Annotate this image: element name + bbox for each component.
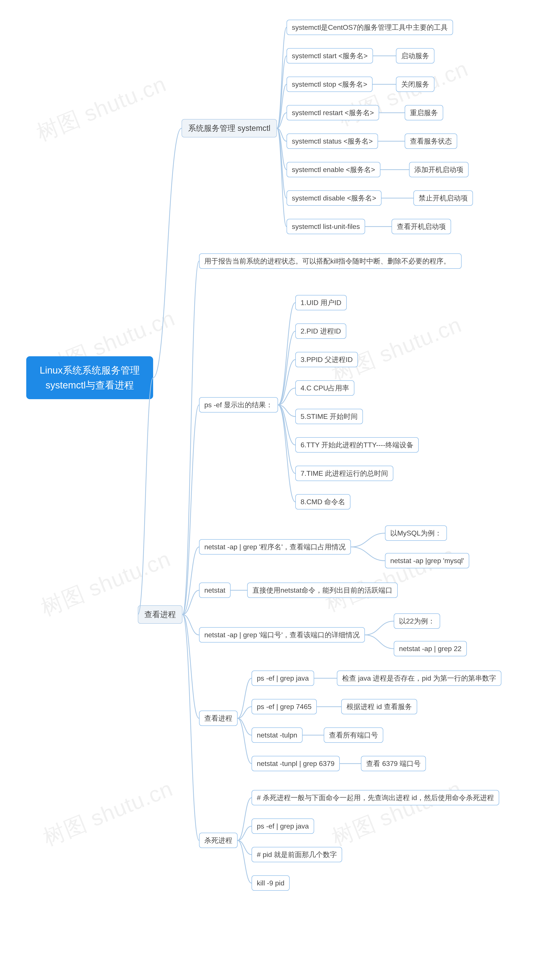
- kp-kill: kill -9 pid: [252, 875, 290, 891]
- kp-grep-java: ps -ef | grep java: [252, 819, 314, 834]
- item-label: netstat: [204, 585, 225, 595]
- item-label: netstat -ap | grep '端口号'，查看该端口的详细情况: [204, 630, 360, 640]
- item-label: netstat -ap |grep 'mysql': [390, 556, 464, 566]
- ps-result-stime: 5.STIME 开始时间: [295, 409, 363, 424]
- vp-tulpn-cmd: netstat -tulpn: [252, 727, 303, 743]
- cmd-label: systemctl enable <服务名>: [292, 165, 375, 175]
- vp-6379-note: 查看 6379 端口号: [361, 756, 426, 771]
- branch-view-process[interactable]: 查看进程: [138, 605, 182, 624]
- ps-ef-results: ps -ef 显示出的结果：: [199, 397, 278, 412]
- cmd-label: systemctl list-unit-files: [292, 222, 360, 232]
- ps-result-cpu: 4.C CPU占用率: [295, 380, 354, 395]
- ps-result-tty: 6.TTY 开始此进程的TTY----终端设备: [295, 437, 419, 452]
- note-status: 查看服务状态: [405, 133, 457, 149]
- item-label: # 杀死进程一般与下面命令一起用，先查询出进程 id，然后使用命令杀死进程: [257, 792, 494, 803]
- item-label: netstat -tulpn: [257, 730, 297, 740]
- note-enable: 添加开机启动项: [409, 162, 468, 177]
- item-label: 3.PPID 父进程ID: [300, 355, 353, 365]
- item-label: # pid 就是前面那几个数字: [257, 849, 337, 859]
- kill-process-sub: 杀死进程: [199, 833, 238, 848]
- note-label: 查看服务状态: [410, 136, 452, 146]
- ps-result-time: 7.TIME 此进程运行的总时间: [295, 466, 393, 481]
- item-label: 以22为例：: [399, 616, 435, 626]
- netstat-by-name: netstat -ap | grep '程序名'，查看端口占用情况: [199, 539, 351, 554]
- kp-comment2: # pid 就是前面那几个数字: [252, 847, 342, 862]
- vp-java-cmd: ps -ef | grep java: [252, 671, 314, 686]
- cmd-disable: systemctl disable <服务名>: [287, 190, 382, 206]
- systemctl-desc-text: systemctl是CentOS7的服务管理工具中主要的工具: [292, 22, 448, 32]
- note-label: 添加开机启动项: [414, 165, 463, 175]
- note-stop: 关闭服务: [396, 77, 435, 92]
- vp-pid-note: 根据进程 id 查看服务: [341, 699, 417, 714]
- note-label: 重启服务: [410, 108, 438, 118]
- item-label: 查看进程: [204, 713, 232, 723]
- item-label: 1.UID 用户ID: [300, 298, 342, 308]
- ps-desc: 用于报告当前系统的进程状态。可以搭配kill指令随时中断、删除不必要的程序。: [199, 254, 462, 269]
- root-title: Linux系统系统服务管理 systemctl与查看进程: [40, 363, 140, 393]
- watermark: 树图 shutu.cn: [32, 69, 171, 148]
- item-label: 检查 java 进程是否存在，pid 为第一行的第串数字: [342, 673, 496, 683]
- ps-result-pid: 2.PID 进程ID: [295, 324, 346, 339]
- item-label: 2.PID 进程ID: [300, 326, 341, 336]
- view-process-sub: 查看进程: [199, 711, 238, 726]
- cmd-enable: systemctl enable <服务名>: [287, 162, 380, 177]
- item-label: 5.STIME 开始时间: [300, 411, 358, 422]
- item-label: ps -ef | grep java: [257, 673, 309, 683]
- item-label: netstat -tunpl | grep 6379: [257, 759, 335, 769]
- item-label: 4.C CPU占用率: [300, 383, 349, 393]
- item-label: netstat -ap | grep 22: [399, 644, 462, 654]
- note-label: 禁止开机启动项: [419, 193, 468, 203]
- cmd-status: systemctl status <服务名>: [287, 133, 378, 149]
- item-label: kill -9 pid: [257, 878, 284, 888]
- item-label: 杀死进程: [204, 835, 232, 845]
- item-label: ps -ef | grep 7465: [257, 702, 312, 712]
- ps-desc-text: 用于报告当前系统的进程状态。可以搭配kill指令随时中断、删除不必要的程序。: [204, 256, 450, 266]
- cmd-start: systemctl start <服务名>: [287, 48, 373, 63]
- cmd-listunit: systemctl list-unit-files: [287, 219, 365, 234]
- note-restart: 重启服务: [405, 105, 443, 120]
- item-label: 查看 6379 端口号: [366, 759, 421, 769]
- netstat-by-port-ex-cmd: netstat -ap | grep 22: [394, 641, 467, 656]
- cmd-label: systemctl status <服务名>: [292, 136, 373, 146]
- ps-ef-results-label: ps -ef 显示出的结果：: [204, 400, 273, 410]
- vp-tulpn-note: 查看所有端口号: [324, 727, 383, 743]
- root-node[interactable]: Linux系统系统服务管理 systemctl与查看进程: [26, 356, 153, 399]
- item-label: 8.CMD 命令名: [300, 497, 345, 507]
- cmd-stop: systemctl stop <服务名>: [287, 77, 373, 92]
- note-listunit: 查看开机启动项: [392, 219, 451, 234]
- note-label: 关闭服务: [401, 79, 429, 89]
- note-label: 查看开机启动项: [397, 222, 446, 232]
- kp-comment1: # 杀死进程一般与下面命令一起用，先查询出进程 id，然后使用命令杀死进程: [252, 790, 499, 805]
- netstat-by-name-ex-cmd: netstat -ap |grep 'mysql': [385, 553, 469, 568]
- cmd-label: systemctl start <服务名>: [292, 51, 368, 61]
- ps-result-ppid: 3.PPID 父进程ID: [295, 352, 358, 367]
- netstat-plain: netstat: [199, 582, 230, 598]
- item-label: 7.TIME 此进程运行的总时间: [300, 468, 388, 479]
- note-disable: 禁止开机启动项: [413, 190, 473, 206]
- cmd-label: systemctl restart <服务名>: [292, 108, 374, 118]
- watermark: 树图 shutu.cn: [328, 310, 466, 389]
- netstat-plain-note: 直接使用netstat命令，能列出目前的活跃端口: [247, 582, 398, 598]
- netstat-by-port-ex-label: 以22为例：: [394, 613, 440, 629]
- watermark: 树图 shutu.cn: [334, 54, 473, 133]
- item-label: 查看所有端口号: [329, 730, 378, 740]
- vp-java-note: 检查 java 进程是否存在，pid 为第一行的第串数字: [337, 671, 502, 686]
- item-label: 6.TTY 开始此进程的TTY----终端设备: [300, 440, 413, 450]
- item-label: 以MySQL为例：: [390, 528, 442, 538]
- vp-6379-cmd: netstat -tunpl | grep 6379: [252, 756, 340, 771]
- note-label: 启动服务: [401, 51, 429, 61]
- cmd-restart: systemctl restart <服务名>: [287, 105, 379, 120]
- ps-result-cmd: 8.CMD 命令名: [295, 494, 350, 509]
- netstat-by-name-label: netstat -ap | grep '程序名'，查看端口占用情况: [204, 542, 346, 552]
- item-label: 直接使用netstat命令，能列出目前的活跃端口: [252, 585, 392, 595]
- systemctl-desc: systemctl是CentOS7的服务管理工具中主要的工具: [287, 20, 453, 35]
- branch-systemctl[interactable]: 系统服务管理 systemctl: [182, 119, 277, 137]
- cmd-label: systemctl disable <服务名>: [292, 193, 376, 203]
- watermark: 树图 shutu.cn: [328, 774, 466, 853]
- ps-result-uid: 1.UID 用户ID: [295, 295, 347, 310]
- item-label: 根据进程 id 查看服务: [347, 702, 412, 712]
- watermark: 树图 shutu.cn: [39, 774, 177, 853]
- netstat-by-name-ex-label: 以MySQL为例：: [385, 526, 447, 541]
- vp-pid-cmd: ps -ef | grep 7465: [252, 699, 317, 714]
- item-label: ps -ef | grep java: [257, 821, 309, 831]
